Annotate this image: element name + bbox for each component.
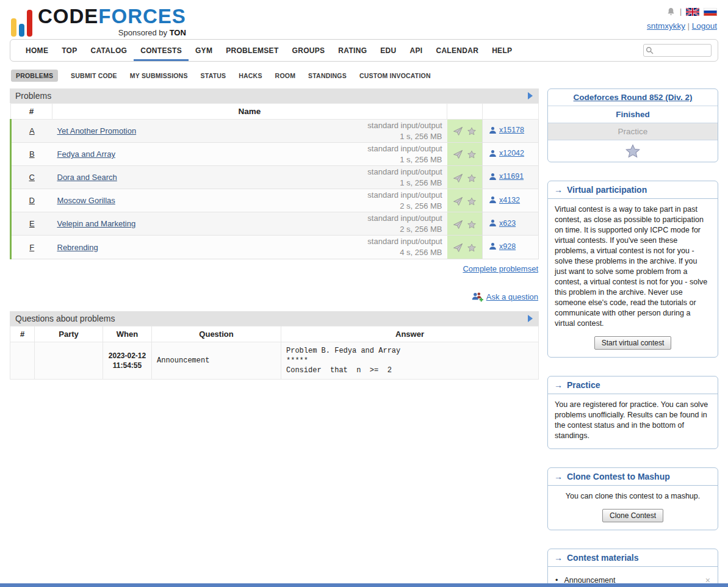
favorite-star-icon[interactable] [625, 144, 640, 158]
problem-index-link[interactable]: C [29, 173, 35, 182]
username-link[interactable]: sntmxykky [647, 21, 685, 31]
favorite-star-icon[interactable] [467, 127, 476, 135]
person-icon [489, 126, 497, 134]
question-when-cell: 2023-02-12 11:54:55 [103, 342, 152, 380]
nav-item-help[interactable]: HELP [485, 40, 519, 61]
problem-name-link[interactable]: Moscow Gorillas [57, 196, 115, 205]
solved-count-link[interactable]: x623 [489, 219, 516, 228]
problem-actions-cell [447, 212, 483, 236]
favorite-star-icon[interactable] [467, 220, 476, 229]
clone-contest-box: → Clone Contest to Mashup You can clone … [547, 467, 718, 530]
solved-count-link[interactable]: x15178 [489, 126, 524, 134]
subnav-problems[interactable]: PROBLEMS [11, 70, 58, 82]
russian-flag-icon[interactable] [704, 8, 717, 16]
problem-index-link[interactable]: D [29, 196, 35, 205]
subnav-my-submissions[interactable]: MY SUBMISSIONS [130, 72, 188, 79]
problems-caption-bar: Problems [10, 88, 539, 103]
nav-item-home[interactable]: HOME [19, 40, 55, 61]
problem-index-cell: A [11, 120, 52, 143]
problem-name-link[interactable]: Yet Another Promotion [57, 126, 137, 135]
person-icon [489, 196, 497, 204]
virtual-participation-caption: → Virtual participation [548, 181, 718, 199]
ask-question-link[interactable]: Ask a question [472, 292, 538, 302]
user-divider: | [688, 22, 690, 31]
complete-problemset-link[interactable]: Complete problemset [463, 264, 538, 273]
footer-bar [0, 583, 728, 587]
arrow-icon: → [554, 185, 563, 195]
col-header-solved [483, 104, 539, 120]
problem-index-link[interactable]: E [29, 219, 35, 228]
header-divider: | [680, 7, 682, 16]
main-navigation: HOME TOP CATALOG CONTESTS GYM PROBLEMSET… [10, 39, 718, 62]
nav-item-api[interactable]: API [403, 40, 430, 61]
clone-contest-button[interactable]: Clone Contest [602, 509, 663, 522]
problem-solved-cell: x4132 [483, 189, 539, 212]
solved-count-link[interactable]: x12042 [489, 149, 524, 157]
problem-constraints: standard input/output1 s, 256 MB [334, 143, 447, 166]
problem-actions-cell [447, 236, 483, 259]
complete-problemset-row: Complete problemset [10, 264, 538, 273]
problem-index-link[interactable]: F [29, 243, 34, 252]
main-column: Problems # Name A [10, 88, 539, 380]
start-virtual-contest-button[interactable]: Start virtual contest [594, 336, 672, 350]
favorite-star-icon[interactable] [467, 197, 476, 206]
solved-count-link[interactable]: x928 [489, 242, 516, 251]
subnav-submit-code[interactable]: SUBMIT CODE [71, 72, 117, 79]
nav-item-contests[interactable]: CONTESTS [134, 40, 189, 61]
notification-bell-icon[interactable] [666, 7, 676, 16]
submit-plane-icon[interactable] [453, 127, 463, 135]
nav-item-gym[interactable]: GYM [189, 40, 219, 61]
problem-index-cell: D [11, 189, 52, 212]
english-flag-icon[interactable] [686, 8, 699, 16]
subnav-status[interactable]: STATUS [201, 72, 226, 79]
problem-name-link[interactable]: Velepin and Marketing [57, 219, 136, 228]
col-header-when: When [103, 326, 152, 342]
logo-bar-blue [19, 24, 24, 37]
problem-index-link[interactable]: B [29, 149, 35, 159]
nav-item-catalog[interactable]: CATALOG [84, 40, 134, 61]
submit-plane-icon[interactable] [453, 174, 463, 182]
subnav-room[interactable]: ROOM [275, 72, 295, 79]
problem-name-link[interactable]: Fedya and Array [57, 149, 115, 159]
submit-plane-icon[interactable] [453, 220, 463, 229]
favorite-star-icon[interactable] [467, 243, 476, 252]
nav-item-rating[interactable]: RATING [331, 40, 373, 61]
nav-item-top[interactable]: TOP [55, 40, 84, 61]
question-number-cell [10, 342, 35, 380]
nav-item-groups[interactable]: GROUPS [286, 40, 332, 61]
problem-index-link[interactable]: A [29, 126, 35, 135]
nav-item-problemset[interactable]: PROBLEMSET [219, 40, 285, 61]
problem-name-link[interactable]: Rebrending [57, 243, 98, 252]
solved-count-link[interactable]: x4132 [489, 196, 520, 204]
col-header-actions [447, 104, 483, 120]
submit-plane-icon[interactable] [453, 150, 463, 159]
favorite-star-icon[interactable] [467, 174, 476, 182]
nav-item-edu[interactable]: EDU [373, 40, 403, 61]
problem-name-link[interactable]: Dora and Search [57, 173, 117, 182]
contest-title-row: Codeforces Round 852 (Div. 2) [548, 89, 718, 106]
expand-arrow-icon[interactable] [527, 315, 533, 322]
subnav-standings[interactable]: STANDINGS [308, 72, 347, 79]
table-row: D Moscow Gorillas standard input/output2… [11, 189, 539, 212]
expand-arrow-icon[interactable] [527, 92, 533, 99]
header-right: | [647, 6, 717, 31]
questions-table: # Party When Question Answer 2023-02-12 … [10, 326, 539, 380]
contest-title-link[interactable]: Codeforces Round 852 (Div. 2) [574, 93, 693, 102]
solved-count-link[interactable]: x11691 [489, 172, 524, 181]
favorite-star-icon[interactable] [467, 150, 476, 159]
submit-plane-icon[interactable] [453, 243, 463, 252]
logout-link[interactable]: Logout [692, 21, 717, 31]
subnav-hacks[interactable]: HACKS [239, 72, 262, 79]
subnav-custom-invocation[interactable]: CUSTOM INVOCATION [359, 72, 431, 79]
contest-info-box: Codeforces Round 852 (Div. 2) Finished P… [547, 88, 718, 162]
codeforces-logo[interactable]: CODEFORCES Sponsored by TON [11, 6, 186, 37]
arrow-icon: → [554, 553, 563, 563]
col-header-question: Question [152, 326, 281, 342]
person-icon [489, 219, 497, 227]
problem-name-cell: Dora and Search [52, 166, 334, 189]
submit-plane-icon[interactable] [453, 197, 463, 206]
nav-item-calendar[interactable]: CALENDAR [429, 40, 485, 61]
col-header-number: # [10, 326, 35, 342]
contest-status: Finished [548, 106, 718, 123]
table-row: C Dora and Search standard input/output1… [11, 166, 539, 189]
